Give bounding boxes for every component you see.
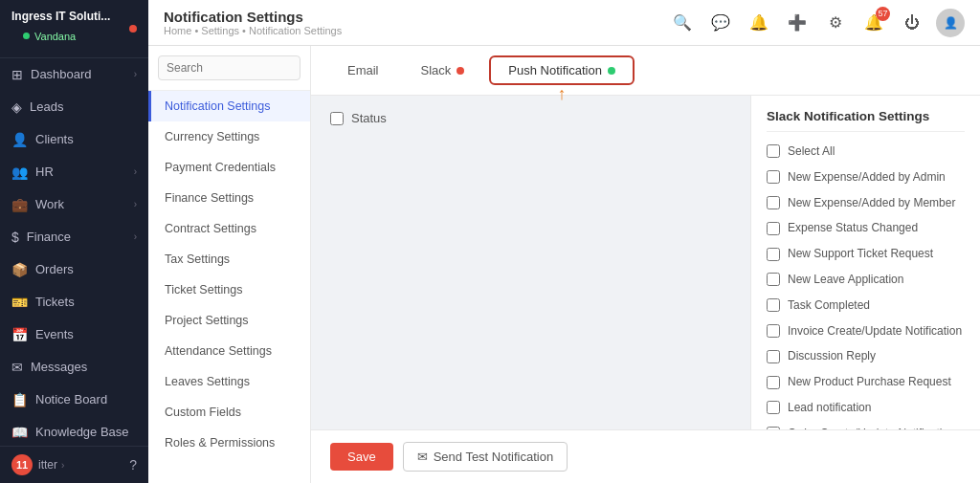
messages-icon: ✉	[11, 360, 23, 375]
sidebar-header: Ingress IT Soluti... Vandana	[0, 0, 148, 58]
product-purchase-checkbox[interactable]	[767, 376, 780, 389]
sidebar-item-label: HR	[35, 165, 134, 179]
chat-icon[interactable]: 💬	[706, 9, 735, 37]
sidebar-item-work[interactable]: 💼 Work ›	[0, 188, 148, 221]
settings-menu-item-notification[interactable]: Notification Settings	[148, 91, 310, 121]
slack-item-new-expense-admin: New Expense/Added by Admin	[767, 169, 965, 186]
expense-status-checkbox[interactable]	[767, 222, 780, 235]
work-icon: 💼	[11, 197, 28, 212]
lead-notification-checkbox[interactable]	[767, 401, 780, 414]
notification-main-panel: Email Slack Push Notification ↑	[311, 46, 980, 483]
invoice-checkbox[interactable]	[767, 324, 780, 338]
expense-status-label: Expense Status Changed	[788, 220, 918, 236]
settings-menu-item-finance[interactable]: Finance Settings	[148, 183, 310, 213]
dashboard-icon: ⊞	[11, 67, 23, 82]
settings-menu-item-project[interactable]: Project Settings	[148, 305, 310, 336]
slack-item-discussion-reply: Discussion Reply	[767, 348, 965, 364]
topbar-left: Notification Settings Home • Settings • …	[164, 9, 342, 36]
settings-menu-item-contract[interactable]: Contract Settings	[148, 213, 310, 244]
support-ticket-checkbox[interactable]	[767, 248, 780, 261]
topbar-icons: 🔍 💬 🔔 ➕ ⚙ 🔔 57 ⏻ 👤	[668, 9, 965, 37]
settings-menu-item-attendance[interactable]: Attendance Settings	[148, 336, 310, 366]
sidebar-item-label: Work	[35, 197, 134, 211]
search-icon[interactable]: 🔍	[668, 9, 697, 37]
lead-notification-label: Lead notification	[788, 400, 871, 416]
tab-slack[interactable]: Slack	[404, 57, 482, 83]
settings-menu-item-leaves[interactable]: Leaves Settings	[148, 366, 310, 397]
status-row: Status	[330, 111, 731, 125]
tickets-icon: 🎫	[11, 295, 28, 310]
sidebar-item-knowledge-base[interactable]: 📖 Knowledge Base	[0, 416, 148, 446]
sidebar-item-events[interactable]: 📅 Events	[0, 318, 148, 351]
sidebar-item-clients[interactable]: 👤 Clients	[0, 123, 148, 156]
slack-item-select-all: Select All	[767, 143, 965, 160]
slack-item-task-completed: Task Completed	[767, 297, 965, 314]
settings-menu-item-payment[interactable]: Payment Credentials	[148, 152, 310, 183]
sidebar-item-dashboard[interactable]: ⊞ Dashboard ›	[0, 58, 148, 91]
finance-icon: $	[11, 230, 19, 245]
action-bar: Save ✉ Send Test Notification	[311, 429, 980, 483]
sidebar-item-messages[interactable]: ✉ Messages	[0, 351, 148, 384]
chevron-right-icon: ›	[61, 460, 64, 471]
settings-menu-item-ticket[interactable]: Ticket Settings	[148, 274, 310, 305]
notification-panel-body: Status Slack Notification Settings Selec…	[311, 96, 980, 483]
support-ticket-label: New Support Ticket Request	[788, 246, 933, 262]
settings-icon[interactable]: ⚙	[821, 9, 850, 37]
sidebar-item-label: Dashboard	[31, 67, 134, 81]
sidebar-item-hr[interactable]: 👥 HR ›	[0, 156, 148, 188]
settings-menu-item-currency[interactable]: Currency Settings	[148, 121, 310, 152]
sidebar: Ingress IT Soluti... Vandana ⊞ Dashboard…	[0, 0, 148, 483]
sidebar-bottom: 11 itter › ?	[0, 446, 148, 483]
search-input[interactable]	[158, 55, 301, 80]
sidebar-close-dot	[129, 25, 137, 33]
help-icon[interactable]: ?	[129, 457, 137, 472]
avatar[interactable]: 👤	[936, 9, 965, 37]
send-test-notification-button[interactable]: ✉ Send Test Notification	[403, 442, 568, 472]
discussion-reply-label: Discussion Reply	[788, 348, 876, 364]
status-label: Status	[351, 111, 387, 125]
settings-menu-item-custom-fields[interactable]: Custom Fields	[148, 397, 310, 428]
notification-badge: 57	[876, 7, 890, 21]
push-dot-icon	[608, 67, 615, 75]
sidebar-item-notice-board[interactable]: 📋 Notice Board	[0, 384, 148, 416]
sidebar-item-finance[interactable]: $ Finance ›	[0, 221, 148, 253]
status-checkbox[interactable]	[330, 112, 344, 125]
tab-email[interactable]: Email	[330, 57, 396, 83]
task-completed-checkbox[interactable]	[767, 298, 780, 312]
chat-label[interactable]: itter	[38, 458, 57, 472]
knowledge-base-icon: 📖	[11, 425, 28, 440]
power-icon[interactable]: ⏻	[898, 9, 926, 37]
sidebar-item-orders[interactable]: 📦 Orders	[0, 253, 148, 286]
new-expense-member-checkbox[interactable]	[767, 196, 780, 209]
chevron-right-icon: ›	[134, 199, 137, 209]
leave-application-checkbox[interactable]	[767, 273, 780, 286]
sidebar-item-label: Tickets	[35, 295, 137, 309]
notification-icon[interactable]: 🔔 57	[859, 9, 888, 37]
discussion-reply-checkbox[interactable]	[767, 350, 780, 363]
settings-menu-item-roles[interactable]: Roles & Permissions	[148, 428, 310, 458]
slack-item-lead-notification: Lead notification	[767, 400, 965, 416]
task-completed-label: Task Completed	[788, 297, 870, 314]
slack-item-leave-application: New Leave Application	[767, 272, 965, 288]
sidebar-logo: Ingress IT Soluti... Vandana	[11, 10, 110, 48]
sidebar-item-label: Clients	[35, 132, 137, 146]
tab-push-notification[interactable]: Push Notification ↑	[489, 55, 635, 85]
clients-icon: 👤	[11, 132, 28, 147]
chevron-right-icon: ›	[134, 231, 137, 242]
sidebar-item-tickets[interactable]: 🎫 Tickets	[0, 286, 148, 318]
events-icon: 📅	[11, 327, 28, 342]
plus-icon[interactable]: ➕	[783, 9, 812, 37]
slack-item-new-expense-member: New Expense/Added by Member	[767, 195, 965, 211]
bell-icon[interactable]: 🔔	[745, 9, 773, 37]
slack-item-invoice: Invoice Create/Update Notification	[767, 323, 965, 340]
leads-icon: ◈	[11, 99, 22, 115]
invoice-label: Invoice Create/Update Notification	[788, 323, 962, 340]
save-button[interactable]: Save	[330, 443, 393, 471]
new-expense-admin-checkbox[interactable]	[767, 170, 780, 184]
select-all-checkbox[interactable]	[767, 144, 780, 158]
settings-menu-item-tax[interactable]: Tax Settings	[148, 244, 310, 274]
search-box	[148, 46, 310, 91]
sidebar-item-leads[interactable]: ◈ Leads	[0, 91, 148, 123]
tab-slack-label: Slack	[421, 63, 452, 77]
push-notification-settings: Status	[311, 96, 750, 429]
